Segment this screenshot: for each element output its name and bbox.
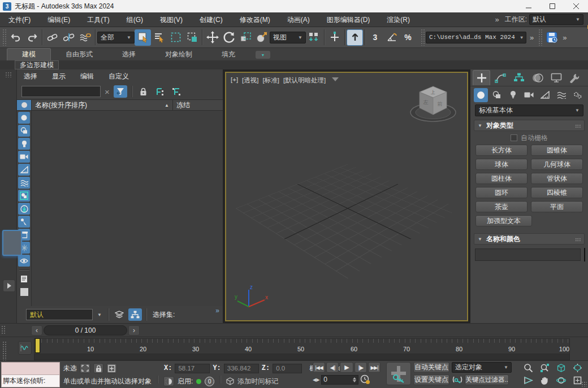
current-frame-field[interactable]: 0	[321, 375, 358, 385]
explorer-search-input[interactable]	[21, 86, 101, 97]
toolbar-grip[interactable]	[421, 29, 425, 46]
select-and-link-button[interactable]	[44, 29, 60, 46]
listener-line[interactable]: 脚本迷你侦听:	[1, 375, 60, 387]
redo-button[interactable]	[24, 29, 40, 46]
ribbon-tab-modeling[interactable]: 建模	[7, 48, 51, 60]
angle-snap-toggle-button[interactable]	[383, 29, 400, 46]
menu-graph-editors[interactable]: 图形编辑器(D)	[318, 12, 379, 27]
close-button[interactable]	[564, 0, 588, 12]
current-time-marker[interactable]	[35, 338, 40, 353]
display-spacewarps-toggle[interactable]	[18, 177, 30, 189]
zoom-extents-button[interactable]	[553, 362, 569, 374]
pan-view-button[interactable]	[537, 374, 552, 386]
percent-snap-toggle-button[interactable]: %	[400, 29, 416, 46]
bind-to-space-warp-button[interactable]	[77, 29, 93, 46]
selection-set-dropdown[interactable]: 选定对象 ▼	[452, 362, 512, 373]
next-frame-arrow[interactable]: ›	[128, 325, 140, 335]
select-by-name-button[interactable]	[151, 29, 167, 46]
window-resize-grip[interactable]	[581, 381, 587, 387]
toolbar-overflow-icon[interactable]: »	[526, 33, 537, 42]
explorer-menu-customize[interactable]: 自定义	[109, 72, 129, 81]
pyramid-button[interactable]: 四棱锥	[531, 187, 583, 198]
x-coord-field[interactable]: 58.17	[175, 364, 210, 373]
display-bones-toggle[interactable]	[18, 216, 30, 228]
time-slider[interactable]: 0 / 100	[44, 325, 127, 335]
menu-group[interactable]: 组(G)	[118, 12, 152, 27]
adaptive-degradation-toggle[interactable]: 0	[205, 377, 214, 386]
category-helpers[interactable]	[538, 88, 552, 102]
category-shapes[interactable]	[490, 88, 504, 102]
save-scene-button[interactable]	[543, 29, 560, 46]
preset-caret-button[interactable]: ▼	[95, 309, 104, 320]
frame-spinner[interactable]	[353, 377, 356, 382]
use-pivot-point-button[interactable]	[306, 29, 322, 46]
ribbon-tab-freeform[interactable]: 自由形式	[51, 49, 107, 60]
plane-button[interactable]: 平面	[531, 201, 583, 212]
y-coord-field[interactable]: 336.842	[224, 364, 259, 373]
select-and-place-button[interactable]	[253, 29, 270, 46]
tab-create[interactable]	[473, 70, 490, 85]
autogrid-checkbox[interactable]	[511, 134, 517, 141]
display-cameras-toggle[interactable]	[18, 151, 30, 163]
z-coord-field[interactable]: 0.0	[273, 364, 302, 373]
explorer-menu-edit[interactable]: 编辑	[80, 72, 94, 81]
go-to-start-button[interactable]: |◀◀	[313, 362, 325, 373]
undo-button[interactable]	[7, 29, 24, 46]
tube-button[interactable]: 管状体	[531, 173, 583, 184]
select-and-move-button[interactable]	[204, 29, 220, 46]
per-view-filter-icon[interactable]	[332, 77, 339, 81]
toolbar-overflow-icon[interactable]: »	[560, 33, 569, 42]
rectangular-selection-region-button[interactable]	[167, 29, 184, 46]
tab-modify[interactable]	[491, 70, 509, 85]
next-frame-button[interactable]: ||▶	[354, 362, 367, 373]
trackbar-grip[interactable]	[1, 325, 5, 335]
explorer-object-list[interactable]	[32, 111, 223, 306]
frozen-column-header[interactable]: 冻结	[173, 100, 223, 110]
explorer-overflow-icon[interactable]: »	[215, 307, 219, 315]
display-lights-toggle[interactable]	[18, 138, 30, 150]
track-bar-lane[interactable]	[34, 354, 570, 360]
macro-recorder-line[interactable]	[1, 362, 60, 375]
zoom-extents-all-button[interactable]	[569, 362, 585, 374]
name-column-header[interactable]: 名称(按升序排序) ▲	[32, 100, 173, 110]
mini-curve-editor-button[interactable]	[18, 341, 32, 355]
tab-display[interactable]	[547, 70, 565, 85]
project-folder-dropdown[interactable]: C:\Users\ad…ds Max 2024 ▼	[426, 32, 526, 43]
maxscript-mini-listener[interactable]: 脚本迷你侦听:	[1, 362, 60, 387]
lock-explorer-button[interactable]	[137, 85, 150, 98]
layer-explorer-button[interactable]	[113, 308, 126, 321]
ribbon-tab-populate[interactable]: 填充	[207, 49, 250, 60]
select-and-scale-button[interactable]	[237, 29, 253, 46]
display-groups-toggle[interactable]	[18, 190, 30, 202]
category-systems[interactable]	[570, 88, 585, 102]
tab-utilities[interactable]	[566, 70, 583, 85]
unlink-selection-button[interactable]	[60, 29, 77, 46]
time-configuration-button[interactable]	[360, 374, 370, 385]
sphere-button[interactable]: 球体	[475, 159, 528, 170]
ribbon-tab-object-paint[interactable]: 对象绘制	[150, 49, 207, 60]
selection-lock-toggle[interactable]	[93, 363, 103, 373]
minimize-button[interactable]	[517, 0, 541, 12]
key-filters-button[interactable]: 关键点过滤器..	[465, 374, 509, 385]
ribbon-tab-selection[interactable]: 选择	[107, 49, 150, 60]
select-and-manipulate-button[interactable]	[326, 29, 343, 46]
clear-search-icon[interactable]: ×	[103, 87, 111, 97]
text-plus-button[interactable]: 加强型文本	[475, 215, 532, 226]
window-crossing-toggle-button[interactable]	[184, 29, 200, 46]
menu-overflow-icon[interactable]: »	[491, 15, 502, 24]
tab-motion[interactable]	[529, 70, 546, 85]
orbit-button[interactable]	[553, 374, 569, 386]
menu-animation[interactable]: 动画(A)	[279, 12, 318, 27]
selection-region-icon[interactable]	[80, 363, 90, 373]
sync-selection-button[interactable]	[170, 85, 183, 98]
selection-filter-dropdown[interactable]: 全部 ▼	[97, 32, 135, 43]
category-cameras[interactable]	[522, 88, 536, 102]
explorer-preset-dropdown[interactable]: 默认	[26, 309, 93, 320]
time-tag-label[interactable]: 添加时间标记	[237, 377, 278, 386]
primitive-category-dropdown[interactable]: 标准基本体 ▼	[475, 104, 583, 116]
cylinder-button[interactable]: 圆柱体	[475, 173, 528, 184]
maximize-button[interactable]	[541, 0, 564, 12]
cone-button[interactable]: 圆锥体	[531, 145, 583, 156]
viewport-shading-label[interactable]: [默认明暗处理]	[283, 76, 326, 85]
set-key-button[interactable]: 设置关键点	[413, 374, 449, 385]
